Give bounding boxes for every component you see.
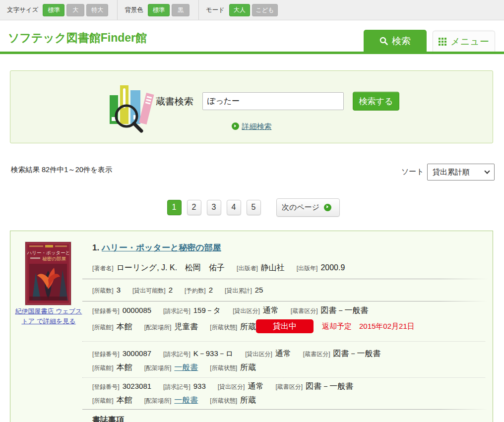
mode-adult-button[interactable]: 大人 (229, 4, 250, 16)
library-search-page: 文字サイズ 標準 大 特大 背景色 標準 黒 モード 大人 こども ソフテック図… (0, 0, 504, 422)
copy-row: [所蔵館]本館 [配架場所]一般書 [所蔵状態]所蔵 (92, 362, 268, 373)
state-label: [所蔵状態] (210, 364, 237, 371)
library-label: [所蔵館] (92, 324, 114, 331)
search-icon (379, 37, 388, 45)
divider (82, 409, 488, 410)
loan-type-label: [貸出区分] (218, 383, 245, 390)
available-value: 2 (169, 286, 173, 294)
svg-text:秘密の部屋: 秘密の部屋 (42, 256, 66, 261)
tab-search[interactable]: 検索 (364, 30, 427, 52)
holdings-label: [所蔵数] (92, 287, 114, 294)
loan-total-label: [貸出累計] (225, 287, 252, 294)
reg-number-label: [登録番号] (92, 307, 120, 314)
sort-select[interactable]: 貸出累計順 (427, 164, 495, 181)
copy-row: [登録番号]3023081 [請求記号]933 [貸出区分]通常 [蔵書区分]図… (92, 381, 365, 392)
tab-search-label: 検索 (392, 35, 411, 48)
tab-menu[interactable]: メニュー (433, 31, 495, 52)
call-number-label: [請求記号] (163, 383, 190, 390)
book-stats-row: [所蔵数]3 [貸出可能数]2 [予約数]2 [貸出累計]25 (92, 286, 275, 295)
year-label: [出版年] (297, 265, 318, 272)
shelf-value: 児童書 (174, 322, 198, 331)
call-number-value: K－933－ロ (193, 349, 233, 358)
library-value: 本館 (117, 396, 132, 404)
catalog-search-label: 蔵書検索 (156, 95, 193, 108)
page-button-1[interactable]: 1 (167, 200, 182, 215)
toolbar-divider (117, 0, 118, 20)
shelf-label: [配架場所] (144, 324, 172, 331)
collection-label: [蔵書区分] (275, 383, 303, 390)
collection-value: 図書－一般書 (333, 349, 380, 358)
on-loan-status-badge: 貸出中 (256, 319, 314, 333)
collection-label: [蔵書区分] (291, 307, 318, 314)
loan-total-value: 25 (255, 286, 263, 294)
font-size-standard-button[interactable]: 標準 (43, 4, 64, 16)
svg-text:ハリー・ポッターと: ハリー・ポッターと (27, 250, 70, 255)
book-cover-image: ハリー・ポッターと 秘密の部屋 (25, 242, 71, 305)
reg-number-label: [登録番号] (92, 351, 120, 358)
menu-grid-icon (439, 38, 446, 46)
author-value: ローリング, J. K. 松岡 佑子 (117, 263, 225, 272)
search-input[interactable] (202, 92, 344, 110)
page-button-3[interactable]: 3 (207, 200, 221, 215)
library-value: 本館 (117, 322, 132, 331)
advanced-search-row: 詳細検索 (10, 122, 493, 131)
reg-number-value: 0000085 (123, 306, 151, 314)
next-page-label: 次のページ (282, 203, 319, 212)
copy-row: [所蔵館]本館 [配架場所]児童書 [所蔵状態]所蔵 貸出中 返却予定 2015… (92, 322, 484, 332)
bg-color-label: 背景色 (125, 6, 143, 14)
year-value: 2000.9 (320, 263, 345, 272)
results-summary: 検索結果 82件中1～20件を表示 (11, 165, 112, 175)
page-button-4[interactable]: 4 (227, 200, 241, 215)
available-label: [貸出可能数] (132, 287, 166, 294)
shelf-label: [配架場所] (144, 364, 172, 371)
reg-number-value: 3000087 (123, 349, 151, 358)
font-size-large-button[interactable]: 大 (66, 4, 84, 16)
book-author-row: [著者名]ローリング, J. K. 松岡 佑子 [出版者]静山社 [出版年]20… (92, 263, 357, 273)
pagination: 1 2 3 4 5 次のページ (0, 197, 504, 218)
header-accent-bar (0, 52, 504, 54)
shelf-location-link[interactable]: 一般書 (174, 363, 198, 371)
collection-value: 図書－一般書 (306, 382, 353, 390)
state-label: [所蔵状態] (210, 397, 237, 404)
mode-kids-button[interactable]: こども (252, 4, 278, 16)
copy-row: [登録番号]0000085 [請求記号]159－タ [貸出区分]通常 [蔵書区分… (92, 305, 380, 316)
author-label: [著者名] (92, 265, 114, 272)
page-button-2[interactable]: 2 (187, 200, 201, 215)
catalog-search-panel: 蔵書検索 検索する 詳細検索 (10, 70, 493, 143)
next-page-button[interactable]: 次のページ (276, 198, 340, 217)
site-header: ソフテック図書館Finder館 検索 メニュー (0, 20, 504, 54)
publisher-value: 静山社 (261, 263, 285, 272)
bibliographic-heading: 書誌事項 (92, 415, 124, 422)
advanced-search-link[interactable]: 詳細検索 (242, 122, 272, 130)
sort-label: ソート (401, 167, 424, 177)
due-label: 返却予定 (322, 322, 352, 331)
result-index: 1. (92, 243, 99, 252)
kinokuniya-store-link[interactable]: 紀伊国屋書店 ウェブストア で詳細を見る (13, 306, 84, 326)
library-label: [所蔵館] (92, 364, 114, 371)
state-value: 所蔵 (240, 396, 256, 404)
chevron-down-icon (484, 168, 490, 174)
loan-type-label: [貸出区分] (233, 307, 260, 314)
state-value: 所蔵 (240, 363, 256, 371)
reservations-value: 2 (209, 286, 213, 294)
collection-value: 図書－一般書 (320, 306, 368, 314)
divider (82, 279, 488, 279)
call-number-value: 933 (193, 382, 206, 390)
book-title-link[interactable]: ハリー・ポッターと秘密の部屋 (102, 243, 221, 252)
reg-number-label: [登録番号] (92, 383, 120, 390)
divider (82, 377, 485, 378)
copy-row: [所蔵館]本館 [配架場所]一般書 [所蔵状態]所蔵 (92, 395, 268, 406)
page-button-5[interactable]: 5 (247, 200, 261, 215)
divider (82, 341, 485, 342)
loan-type-value: 通常 (275, 349, 291, 358)
shelf-location-link[interactable]: 一般書 (174, 396, 198, 404)
search-result-item: ハリー・ポッターと 秘密の部屋 紀伊国屋書店 ウェブストア で詳細を見る 1. … (10, 231, 493, 422)
search-submit-button[interactable]: 検索する (353, 92, 399, 111)
utility-toolbar: 文字サイズ 標準 大 特大 背景色 標準 黒 モード 大人 こども (0, 0, 504, 20)
tab-menu-label: メニュー (450, 35, 489, 48)
font-size-xlarge-button[interactable]: 特大 (86, 4, 108, 16)
call-number-label: [請求記号] (163, 307, 190, 314)
bg-color-black-button[interactable]: 黒 (172, 4, 189, 16)
bg-color-standard-button[interactable]: 標準 (148, 4, 170, 16)
loan-type-value: 通常 (263, 306, 279, 314)
